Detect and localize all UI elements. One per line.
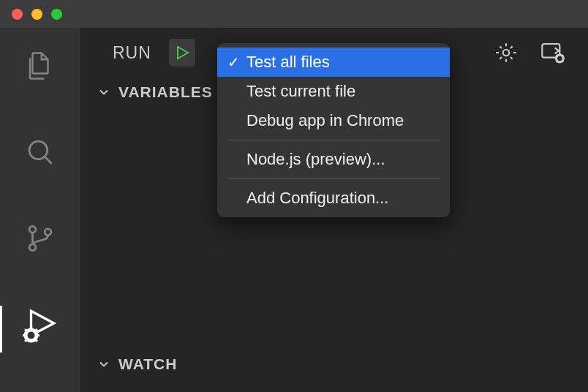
gear-icon [494, 41, 518, 64]
window-minimize-button[interactable] [31, 9, 42, 20]
add-configuration-option[interactable]: ✓ Add Configuration... [217, 184, 450, 213]
config-option-label: Test all files [246, 53, 330, 72]
panel-title: RUN [113, 43, 151, 63]
variables-label: VARIABLES [118, 83, 213, 101]
watch-label: WATCH [118, 355, 177, 373]
menu-separator [227, 140, 440, 140]
activity-source-control[interactable] [18, 216, 62, 260]
svg-point-0 [29, 141, 48, 159]
svg-line-1 [45, 157, 52, 164]
svg-line-24 [562, 55, 563, 56]
svg-point-4 [45, 229, 51, 235]
activity-search[interactable] [18, 130, 62, 174]
chevron-down-icon [97, 85, 111, 99]
activity-run-debug[interactable] [18, 303, 62, 347]
start-debug-button[interactable] [169, 39, 195, 67]
svg-marker-15 [178, 47, 188, 59]
svg-line-25 [556, 61, 557, 62]
svg-line-11 [25, 329, 26, 331]
config-option-label: Node.js (preview)... [246, 150, 385, 169]
search-icon [25, 137, 56, 167]
config-option[interactable]: ✓ Test all files [217, 48, 450, 77]
files-icon [25, 50, 56, 81]
svg-line-12 [36, 329, 37, 331]
svg-line-14 [36, 340, 37, 342]
check-icon: ✓ [227, 53, 246, 71]
watch-section-header[interactable]: WATCH [80, 350, 588, 379]
title-bar [0, 0, 588, 28]
svg-point-16 [503, 50, 510, 56]
activity-explorer[interactable] [18, 44, 62, 88]
svg-line-26 [562, 61, 563, 62]
config-option-label: Test current file [246, 82, 355, 101]
play-icon [173, 44, 191, 61]
config-option[interactable]: ✓ Debug app in Chrome [217, 106, 450, 135]
debug-console-icon [540, 41, 566, 64]
svg-line-13 [25, 340, 26, 342]
activity-bar [0, 28, 80, 392]
window-zoom-button[interactable] [51, 9, 62, 20]
config-option[interactable]: ✓ Test current file [217, 77, 450, 106]
config-option-label: Debug app in Chrome [246, 111, 404, 130]
debug-console-button[interactable] [540, 41, 566, 64]
window-close-button[interactable] [12, 9, 23, 20]
debug-icon [22, 306, 59, 343]
svg-point-3 [29, 244, 36, 251]
config-option[interactable]: ✓ Node.js (preview)... [217, 145, 450, 174]
launch-config-dropdown: ✓ Test all files ✓ Test current file ✓ D… [216, 42, 451, 218]
svg-line-23 [556, 55, 557, 56]
menu-separator [227, 178, 440, 179]
config-option-label: Add Configuration... [246, 189, 388, 208]
branch-icon [25, 223, 56, 254]
svg-point-2 [29, 226, 36, 233]
open-settings-button[interactable] [494, 41, 518, 64]
activity-active-indicator [0, 306, 2, 353]
chevron-down-icon [97, 357, 111, 372]
